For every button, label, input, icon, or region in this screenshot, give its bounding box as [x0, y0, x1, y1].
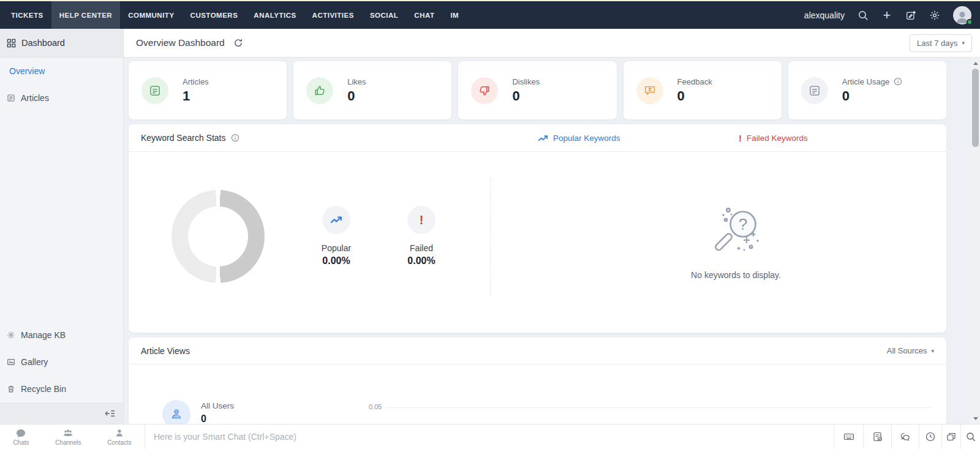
- sidebar-section-dashboard[interactable]: Dashboard: [0, 29, 123, 58]
- activity-feed-icon[interactable]: [905, 10, 916, 21]
- bottom-toolbar: Chats Channels Contacts: [0, 424, 980, 449]
- all-users-legend: All Users 0: [162, 400, 234, 424]
- stat-card-likes[interactable]: Likes 0: [293, 61, 451, 119]
- trend-up-icon: [538, 135, 548, 142]
- vertical-scrollbar[interactable]: [971, 58, 980, 424]
- thumbs-up-icon: [306, 77, 333, 104]
- failed-label: Failed: [379, 243, 464, 253]
- conversations-icon[interactable]: [891, 424, 919, 449]
- stat-card-label: Dislikes: [512, 77, 540, 86]
- stat-card-label: Likes: [347, 77, 366, 86]
- stat-card-dislikes[interactable]: Dislikes 0: [458, 61, 616, 119]
- scrollbar-thumb[interactable]: [972, 69, 979, 147]
- add-icon[interactable]: +: [881, 10, 892, 21]
- sidebar-item-recycle-bin[interactable]: Recycle Bin: [0, 375, 123, 402]
- keyword-search-stats-panel: Keyword Search Stats Popular Keywords ! …: [129, 124, 946, 333]
- source-filter-dropdown[interactable]: All Sources ▾: [887, 346, 934, 355]
- sidebar-item-overview[interactable]: Overview: [0, 58, 123, 85]
- y-axis-tick: 0.05: [369, 403, 382, 410]
- failed-value: 0.00%: [379, 255, 464, 266]
- source-filter-value: All Sources: [887, 346, 927, 355]
- search-icon[interactable]: [858, 10, 869, 21]
- history-clock-icon[interactable]: [919, 424, 941, 449]
- stat-card-value: 1: [183, 88, 209, 104]
- article-views-panel: Article Views All Sources ▾ All Users 0: [129, 338, 946, 424]
- sidebar-item-articles[interactable]: Articles: [0, 85, 123, 111]
- legend-value: 0: [201, 413, 234, 424]
- magnifier-question-illustration: ?: [708, 204, 764, 260]
- online-status-dot: [967, 19, 973, 25]
- nav-item-im[interactable]: IM: [442, 1, 467, 29]
- bottom-tab-contacts[interactable]: Contacts: [107, 428, 131, 446]
- top-nav-right: alexquality +: [804, 1, 980, 29]
- refresh-icon[interactable]: [233, 38, 243, 48]
- image-icon: [7, 358, 15, 366]
- trash-icon: [7, 385, 15, 393]
- channels-group-icon: [63, 428, 73, 438]
- stat-card-articles[interactable]: Articles 1: [129, 61, 287, 119]
- sidebar-collapse-button[interactable]: [0, 402, 123, 424]
- top-nav-items: TICKETS HELP CENTER COMMUNITY CUSTOMERS …: [3, 1, 467, 29]
- svg-text:?: ?: [738, 215, 747, 233]
- smart-chat-input[interactable]: [154, 432, 834, 442]
- bottom-tab-channels[interactable]: Channels: [55, 428, 81, 446]
- keywords-empty-state: ? No keywo: [490, 152, 946, 332]
- dashboard-grid-icon: [7, 39, 16, 48]
- chat-bubble-icon: [16, 428, 26, 438]
- nav-item-chat[interactable]: CHAT: [406, 1, 442, 29]
- sidebar-item-label: Overview: [9, 66, 45, 76]
- date-range-dropdown[interactable]: Last 7 days ▾: [910, 34, 972, 52]
- sidebar-item-manage-kb[interactable]: Manage KB: [0, 322, 123, 349]
- user-avatar[interactable]: [953, 6, 971, 25]
- sidebar-item-label: Articles: [21, 93, 49, 103]
- thumbs-down-icon: [471, 77, 498, 104]
- scrollbar-up-arrow[interactable]: [971, 59, 980, 67]
- top-navigation-bar: TICKETS HELP CENTER COMMUNITY CUSTOMERS …: [0, 1, 980, 29]
- tab-popular-keywords[interactable]: Popular Keywords: [538, 124, 620, 152]
- notes-check-icon[interactable]: [863, 424, 891, 449]
- trend-up-icon: [322, 206, 350, 234]
- nav-item-activities[interactable]: ACTIVITIES: [304, 1, 362, 29]
- legend-label: All Users: [201, 401, 234, 410]
- keyword-panel-body: Popular 0.00% ! Failed 0.00% ?: [129, 152, 946, 332]
- zia-search-icon[interactable]: [960, 424, 980, 449]
- stat-card-value: 0: [677, 88, 712, 104]
- stat-card-feedback[interactable]: Feedback 0: [624, 61, 782, 119]
- portal-name[interactable]: alexquality: [804, 10, 845, 20]
- keyword-panel-header: Keyword Search Stats Popular Keywords ! …: [129, 124, 946, 152]
- nav-item-social[interactable]: SOCIAL: [362, 1, 406, 29]
- keyword-donut-chart: [172, 190, 265, 283]
- users-icon: [162, 400, 190, 424]
- sidebar-item-gallery[interactable]: Gallery: [0, 349, 123, 375]
- page-title: Overview Dashboard: [136, 37, 225, 48]
- info-icon[interactable]: [894, 77, 902, 86]
- bottom-tab-chats[interactable]: Chats: [13, 428, 29, 446]
- collapse-sidebar-icon: [105, 409, 115, 418]
- nav-item-customers[interactable]: CUSTOMERS: [183, 1, 246, 29]
- nav-item-tickets[interactable]: TICKETS: [3, 1, 51, 29]
- sidebar-section-title: Dashboard: [21, 38, 65, 48]
- article-views-header: Article Views All Sources ▾: [129, 338, 946, 364]
- nav-item-analytics[interactable]: ANALYTICS: [246, 1, 304, 29]
- keyboard-shortcuts-icon[interactable]: [834, 424, 863, 449]
- stat-card-label: Feedback: [677, 77, 712, 86]
- chart-gridline: [386, 407, 931, 408]
- stat-card-article-usage[interactable]: Article Usage 0: [788, 61, 946, 119]
- bottom-tab-label: Contacts: [107, 439, 131, 446]
- chevron-down-icon: ▾: [962, 40, 965, 46]
- sidebar-spacer: [0, 111, 123, 322]
- popular-value: 0.00%: [293, 255, 379, 266]
- nav-item-help-center[interactable]: HELP CENTER: [51, 1, 120, 29]
- bottom-tab-label: Chats: [13, 439, 29, 446]
- info-icon[interactable]: [231, 134, 239, 142]
- stat-card-label: Article Usage: [842, 77, 889, 86]
- nav-item-community[interactable]: COMMUNITY: [120, 1, 182, 29]
- article-icon: [141, 77, 168, 104]
- popular-label: Popular: [293, 243, 379, 253]
- failed-metric: ! Failed 0.00%: [379, 206, 464, 266]
- scrollbar-down-arrow[interactable]: [971, 415, 980, 423]
- tab-failed-keywords[interactable]: ! Failed Keywords: [739, 124, 808, 152]
- stat-cards-row: Articles 1 Likes 0: [129, 61, 946, 119]
- settings-gear-icon[interactable]: [929, 10, 940, 21]
- windows-stack-icon[interactable]: [941, 424, 960, 449]
